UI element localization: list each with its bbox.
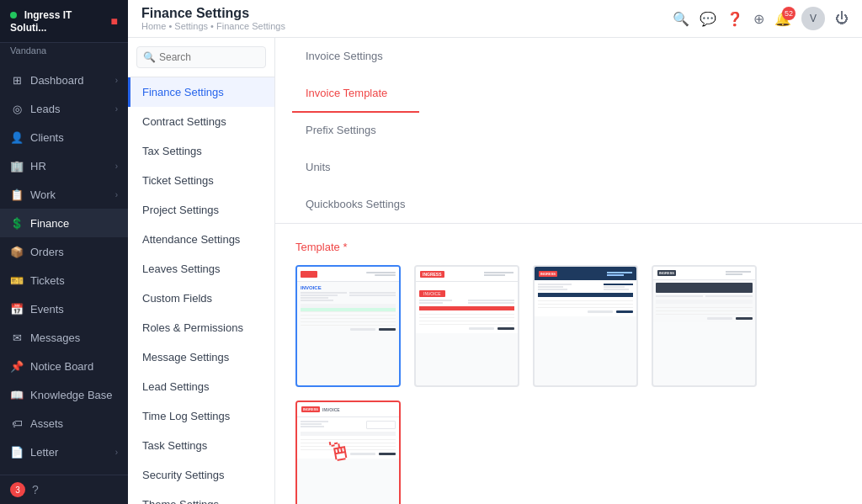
settings-nav: Finance SettingsContract SettingsTax Set… <box>128 77 274 504</box>
sidebar-item-dashboard[interactable]: ⊞ Dashboard › <box>0 66 128 94</box>
sidebar-item-label-notice-board: Notice Board <box>30 360 93 373</box>
leads-icon: ◎ <box>10 102 24 115</box>
events-icon: 📅 <box>10 302 24 316</box>
tab-invoice-template[interactable]: Invoice Template <box>292 75 419 113</box>
tab-quickbooks-settings[interactable]: Quickbooks Settings <box>292 186 419 224</box>
template-card-2[interactable]: INGRESS INVOICE <box>414 265 519 387</box>
tab-prefix-settings[interactable]: Prefix Settings <box>292 112 419 150</box>
template-card-1[interactable]: INVOICE <box>295 265 401 387</box>
sidebar-item-tickets[interactable]: 🎫 Tickets <box>0 266 128 294</box>
settings-nav-roles-permissions[interactable]: Roles & Permissions <box>128 313 274 342</box>
settings-nav-project-settings[interactable]: Project Settings <box>128 195 274 225</box>
sidebar-item-label-knowledge-base: Knowledge Base <box>30 389 113 401</box>
panel-body: Template * <box>275 224 862 504</box>
breadcrumb: Home • Settings • Finance Settings <box>141 21 285 31</box>
chevron-icon: › <box>115 162 118 171</box>
main-area: Finance Settings Home • Settings • Finan… <box>128 0 862 504</box>
settings-search-container: 🔍 <box>128 38 274 77</box>
settings-nav-finance-settings[interactable]: Finance Settings <box>128 77 274 107</box>
work-icon: 📋 <box>10 188 24 201</box>
template-card-5[interactable]: INGRESS INVOICE 🖱 <box>295 401 401 504</box>
sidebar-item-label-work: Work <box>30 188 56 201</box>
avatar[interactable]: V <box>801 7 825 30</box>
settings-nav-task-settings[interactable]: Task Settings <box>128 431 274 460</box>
sidebar-item-clients[interactable]: 👤 Clients <box>0 123 128 151</box>
add-icon[interactable]: ⊕ <box>753 11 764 27</box>
help-icon[interactable]: ? <box>32 483 39 496</box>
sidebar-item-work[interactable]: 📋 Work › <box>0 180 128 209</box>
settings-nav-security-settings[interactable]: Security Settings <box>128 460 274 490</box>
sidebar-item-letter[interactable]: 📄 Letter › <box>0 438 128 466</box>
template-preview-2: INGRESS INVOICE <box>416 267 518 385</box>
sidebar-item-label-messages: Messages <box>30 332 80 344</box>
topbar-left: Finance Settings Home • Settings • Finan… <box>141 6 285 31</box>
notification-badge: 52 <box>782 7 795 20</box>
clients-icon: 👤 <box>10 130 24 144</box>
sidebar-item-messages[interactable]: ✉ Messages <box>0 323 128 352</box>
chevron-icon: › <box>115 190 118 199</box>
knowledge-base-icon: 📖 <box>10 388 24 401</box>
sidebar-item-orders[interactable]: 📦 Orders <box>0 237 128 266</box>
template-card-3[interactable]: INGRESS <box>533 265 638 387</box>
settings-nav-theme-settings[interactable]: Theme Settings <box>128 490 274 504</box>
sidebar-nav: ⊞ Dashboard › ◎ Leads › 👤 Clients 🏢 HR ›… <box>0 62 128 475</box>
sidebar-item-label-events: Events <box>30 303 64 316</box>
sidebar-item-label-orders: Orders <box>30 246 64 258</box>
chevron-icon: › <box>115 448 118 457</box>
search-icon[interactable]: 🔍 <box>673 11 689 27</box>
topbar: Finance Settings Home • Settings • Finan… <box>128 0 862 38</box>
sidebar-item-assets[interactable]: 🏷 Assets <box>0 409 128 438</box>
settings-nav-leaves-settings[interactable]: Leaves Settings <box>128 254 274 284</box>
settings-nav-tax-settings[interactable]: Tax Settings <box>128 136 274 166</box>
settings-nav-custom-fields[interactable]: Custom Fields <box>128 284 274 313</box>
close-icon[interactable]: ■ <box>111 14 118 28</box>
sidebar-item-leads[interactable]: ◎ Leads › <box>0 94 128 123</box>
sidebar-item-label-finance: Finance <box>30 217 69 230</box>
tab-units[interactable]: Units <box>292 149 419 187</box>
settings-nav-contract-settings[interactable]: Contract Settings <box>128 107 274 136</box>
letter-icon: 📄 <box>10 445 24 459</box>
sidebar-item-label-letter: Letter <box>30 446 58 459</box>
template-card-4[interactable]: INGRESS <box>652 265 757 387</box>
sidebar-bottom: 3 ? <box>0 475 128 504</box>
sidebar-header: Ingress IT Soluti... ■ <box>0 0 128 43</box>
chevron-icon: › <box>115 76 118 85</box>
status-dot <box>10 12 17 19</box>
sidebar-item-finance[interactable]: 💲 Finance <box>0 209 128 237</box>
topbar-right: 🔍 💬 ❓ ⊕ 🔔 52 V ⏻ <box>673 7 849 30</box>
sidebar-item-knowledge-base[interactable]: 📖 Knowledge Base <box>0 380 128 409</box>
sidebar-badge: 3 <box>10 482 25 497</box>
settings-nav-time-log-settings[interactable]: Time Log Settings <box>128 401 274 431</box>
panel-tabs: Invoice SettingsInvoice TemplatePrefix S… <box>275 38 862 224</box>
tab-invoice-settings[interactable]: Invoice Settings <box>292 38 419 76</box>
sidebar-item-label-clients: Clients <box>30 131 64 144</box>
sidebar-item-notice-board[interactable]: 📌 Notice Board <box>0 352 128 380</box>
sidebar-item-payroll[interactable]: 💰 Payroll › <box>0 466 128 475</box>
template-preview-4: INGRESS <box>653 267 755 385</box>
tickets-icon: 🎫 <box>10 273 24 287</box>
notification-icon[interactable]: 🔔 52 <box>774 11 791 27</box>
messages-icon: ✉ <box>10 331 24 344</box>
sidebar-item-label-leads: Leads <box>30 103 60 115</box>
sidebar-item-hr[interactable]: 🏢 HR › <box>0 151 128 180</box>
sidebar-item-label-hr: HR <box>30 160 46 172</box>
power-icon[interactable]: ⏻ <box>835 11 849 26</box>
search-icon: 🔍 <box>143 51 156 63</box>
sidebar-header-content: Ingress IT Soluti... <box>10 8 111 34</box>
settings-nav-message-settings[interactable]: Message Settings <box>128 342 274 372</box>
settings-nav-ticket-settings[interactable]: Ticket Settings <box>128 166 274 195</box>
search-input[interactable] <box>136 46 266 68</box>
template-preview-5: INGRESS INVOICE 🖱 <box>297 402 399 504</box>
template-label: Template * <box>295 241 842 253</box>
content-area: 🔍 Finance SettingsContract SettingsTax S… <box>128 38 862 504</box>
sidebar-item-label-assets: Assets <box>30 417 63 430</box>
hr-icon: 🏢 <box>10 159 24 172</box>
help-icon[interactable]: ❓ <box>726 11 743 27</box>
sidebar-item-events[interactable]: 📅 Events <box>0 294 128 323</box>
settings-nav-lead-settings[interactable]: Lead Settings <box>128 372 274 401</box>
tabs-container: Invoice SettingsInvoice TemplatePrefix S… <box>292 38 419 223</box>
chevron-icon: › <box>115 104 118 114</box>
chat-icon[interactable]: 💬 <box>700 11 716 27</box>
templates-grid: INVOICE <box>295 265 842 504</box>
settings-nav-attendance-settings[interactable]: Attendance Settings <box>128 225 274 254</box>
